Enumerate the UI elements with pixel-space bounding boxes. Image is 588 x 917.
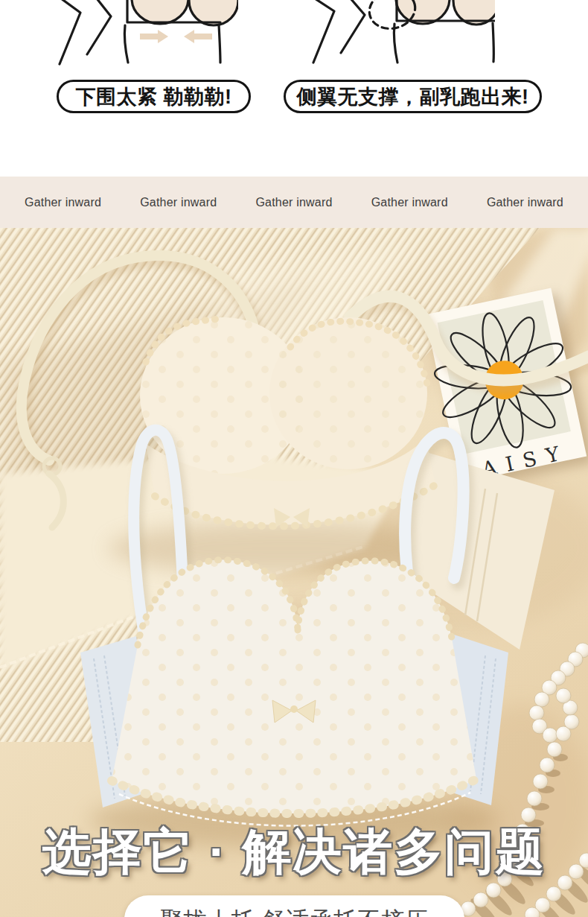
arm-line bbox=[313, 0, 334, 63]
gather-label: Gather inward bbox=[255, 196, 332, 209]
illustration-tight-underband bbox=[45, 0, 238, 69]
bust-shape bbox=[132, 0, 188, 24]
gather-label: Gather inward bbox=[487, 196, 563, 209]
caption-box: 聚拢上托 舒适承托不挤压 bbox=[124, 895, 464, 917]
photo-scene: AISY bbox=[0, 228, 588, 917]
arm-line bbox=[60, 0, 80, 64]
gather-label: Gather inward bbox=[140, 196, 217, 209]
product-detail-page: 下围太紧 勒勒勒! 侧翼无支撑，副乳跑出来! Gather inward Gat… bbox=[0, 0, 588, 917]
headline: 选择它 · 解决诸多问题 bbox=[0, 824, 588, 880]
gather-inward-band: Gather inward Gather inward Gather inwar… bbox=[0, 177, 588, 228]
squeeze-arrows-icon bbox=[140, 30, 212, 43]
problem-illustrations-section: 下围太紧 勒勒勒! 侧翼无支撑，副乳跑出来! bbox=[0, 0, 588, 177]
caption-text: 聚拢上托 舒适承托不挤压 bbox=[124, 905, 464, 917]
problem-pill-tight-band: 下围太紧 勒勒勒! bbox=[57, 80, 251, 113]
product-photo: AISY bbox=[0, 228, 588, 917]
torso-line bbox=[394, 24, 397, 63]
problem-pill-side-spill: 侧翼无支撑，副乳跑出来! bbox=[284, 80, 542, 113]
gather-label: Gather inward bbox=[25, 196, 101, 209]
torso-line bbox=[219, 25, 220, 63]
torso-line bbox=[124, 25, 128, 63]
arm-line bbox=[341, 0, 365, 53]
gather-label: Gather inward bbox=[371, 196, 448, 209]
torso-line bbox=[493, 23, 493, 62]
illustration-side-spillover bbox=[287, 0, 495, 69]
arm-line bbox=[87, 0, 111, 54]
